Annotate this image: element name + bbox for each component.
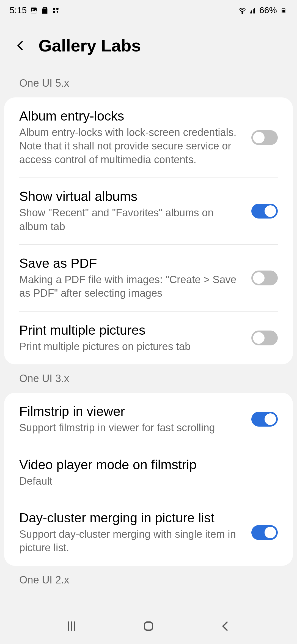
setting-day-cluster-merging[interactable]: Day-cluster merging in picture list Supp… bbox=[4, 499, 293, 566]
setting-title: Print multiple pictures bbox=[19, 323, 243, 338]
status-bar-right: 66% bbox=[238, 5, 287, 15]
setting-title: Filmstrip in viewer bbox=[19, 404, 243, 419]
setting-subtitle: Show "Recent" and "Favorites" albums on … bbox=[19, 206, 243, 233]
toggle-filmstrip-in-viewer[interactable] bbox=[251, 412, 278, 427]
navigation-bar bbox=[0, 608, 297, 644]
svg-rect-7 bbox=[251, 10, 252, 13]
setting-filmstrip-in-viewer[interactable]: Filmstrip in viewer Support filmstrip in… bbox=[4, 393, 293, 446]
setting-video-player-mode[interactable]: Video player mode on filmstrip Default bbox=[4, 446, 293, 499]
svg-rect-8 bbox=[253, 9, 254, 13]
gallery-notification-icon bbox=[30, 7, 38, 14]
status-time: 5:15 bbox=[10, 5, 27, 15]
battery-text: 66% bbox=[259, 5, 277, 15]
section-header-oneui2: One UI 2.x bbox=[0, 566, 297, 594]
nav-home-button[interactable] bbox=[140, 618, 157, 634]
setting-title: Save as PDF bbox=[19, 256, 243, 271]
header: Gallery Labs bbox=[0, 21, 297, 69]
toggle-album-entry-locks[interactable] bbox=[251, 130, 278, 145]
section-header-oneui5: One UI 5.x bbox=[0, 69, 297, 97]
setting-save-as-pdf[interactable]: Save as PDF Making a PDF file with image… bbox=[4, 245, 293, 311]
svg-rect-9 bbox=[254, 8, 255, 13]
section-card-oneui5: Album entry-locks Album entry-locks with… bbox=[4, 97, 293, 364]
setting-subtitle: Support filmstrip in viewer for fast scr… bbox=[19, 421, 243, 435]
section-card-oneui3: Filmstrip in viewer Support filmstrip in… bbox=[4, 393, 293, 566]
toggle-print-multiple-pictures[interactable] bbox=[251, 331, 278, 345]
setting-subtitle: Print multiple pictures on pictures tab bbox=[19, 340, 243, 353]
svg-point-3 bbox=[56, 8, 59, 10]
svg-point-4 bbox=[53, 11, 55, 13]
back-button[interactable] bbox=[14, 39, 28, 53]
wifi-icon bbox=[238, 7, 246, 14]
setting-title: Day-cluster merging in picture list bbox=[19, 510, 243, 525]
battery-icon bbox=[280, 7, 287, 14]
svg-point-2 bbox=[53, 8, 55, 10]
setting-show-virtual-albums[interactable]: Show virtual albums Show "Recent" and "F… bbox=[4, 178, 293, 244]
setting-subtitle: Support day-cluster merging with single … bbox=[19, 528, 243, 555]
nav-recents-button[interactable] bbox=[63, 618, 80, 634]
toggle-save-as-pdf[interactable] bbox=[251, 271, 278, 285]
setting-album-entry-locks[interactable]: Album entry-locks Album entry-locks with… bbox=[4, 97, 293, 178]
dots-notification-icon bbox=[52, 7, 60, 14]
svg-rect-12 bbox=[282, 10, 285, 12]
store-notification-icon bbox=[41, 7, 49, 14]
status-bar-left: 5:15 bbox=[10, 5, 60, 15]
setting-title: Album entry-locks bbox=[19, 108, 243, 124]
toggle-show-virtual-albums[interactable] bbox=[251, 204, 278, 219]
signal-icon bbox=[249, 7, 257, 14]
setting-subtitle: Default bbox=[19, 474, 278, 488]
svg-rect-16 bbox=[144, 622, 152, 630]
section-header-oneui3: One UI 3.x bbox=[0, 364, 297, 393]
setting-subtitle: Making a PDF file with images: "Create >… bbox=[19, 273, 243, 300]
svg-point-1 bbox=[32, 9, 34, 10]
nav-back-button[interactable] bbox=[217, 618, 234, 634]
svg-rect-6 bbox=[250, 12, 251, 13]
setting-subtitle: Album entry-locks with lock-screen crede… bbox=[19, 126, 243, 167]
setting-title: Show virtual albums bbox=[19, 189, 243, 204]
toggle-day-cluster-merging[interactable] bbox=[251, 525, 278, 540]
setting-title: Video player mode on filmstrip bbox=[19, 457, 278, 472]
status-bar: 5:15 bbox=[0, 0, 297, 21]
content-scroll[interactable]: One UI 5.x Album entry-locks Album entry… bbox=[0, 69, 297, 608]
svg-point-5 bbox=[242, 12, 243, 13]
page-title: Gallery Labs bbox=[38, 36, 141, 55]
setting-print-multiple-pictures[interactable]: Print multiple pictures Print multiple p… bbox=[4, 312, 293, 364]
